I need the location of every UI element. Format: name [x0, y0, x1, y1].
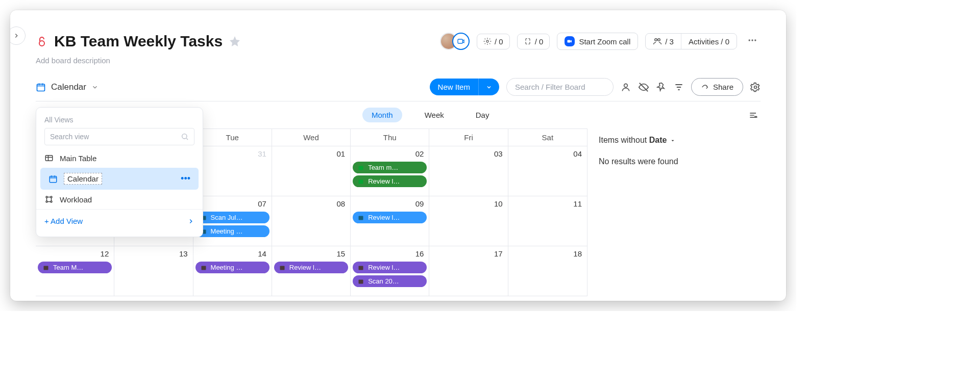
- side-panel-empty: No results were found: [599, 157, 749, 166]
- view-switcher[interactable]: Calendar: [36, 82, 99, 92]
- calendar-cell[interactable]: 11: [508, 196, 587, 246]
- svg-point-28: [46, 201, 47, 202]
- event-icon: [43, 265, 49, 271]
- day-header: Fri: [429, 129, 508, 146]
- view-option-workload[interactable]: Workload: [36, 190, 203, 209]
- board-more-button[interactable]: [744, 33, 761, 49]
- event-icon: [358, 265, 364, 271]
- day-number: 01: [336, 149, 345, 158]
- calendar-cell[interactable]: 16 Review l… Scan 20…: [351, 246, 429, 296]
- search-icon: [181, 133, 189, 141]
- event-icon: [358, 165, 364, 171]
- gear-icon[interactable]: [750, 82, 761, 92]
- people-icon: [653, 37, 662, 46]
- caret-down-icon[interactable]: [670, 138, 675, 143]
- svg-rect-19: [201, 266, 206, 270]
- svg-rect-20: [280, 266, 284, 270]
- people-button[interactable]: / 3: [646, 34, 681, 49]
- items-without-date-panel: Items without Date No results were found: [587, 128, 761, 296]
- calendar-cell[interactable]: 10: [429, 196, 508, 246]
- automations-count: / 0: [495, 37, 503, 46]
- view-option-calendar[interactable]: Calendar •••: [40, 168, 199, 190]
- event-icon: [358, 215, 364, 221]
- calendar-cell[interactable]: 07 Scan Jul… Meeting …: [193, 196, 272, 246]
- view-option-label[interactable]: Calendar: [64, 173, 102, 185]
- views-dropdown: All Views Search view Main Table Calenda…: [36, 107, 203, 237]
- calendar-cell[interactable]: 02 Team m… Review l…: [351, 146, 429, 196]
- calendar-icon: [36, 82, 46, 92]
- calendar-cell[interactable]: 14 Meeting …: [193, 246, 272, 296]
- view-option-main-table[interactable]: Main Table: [36, 148, 203, 168]
- views-search-input[interactable]: Search view: [44, 128, 194, 145]
- event-pill[interactable]: Scan Jul…: [195, 212, 270, 223]
- tab-week[interactable]: Week: [415, 108, 453, 122]
- hide-icon[interactable]: [638, 82, 649, 93]
- pin-icon[interactable]: [656, 82, 667, 92]
- filter-icon[interactable]: [674, 82, 684, 92]
- calendar-cell[interactable]: 09 Review l…: [351, 196, 429, 246]
- svg-rect-1: [458, 39, 462, 43]
- integration-icon: [524, 37, 532, 45]
- view-name: Calendar: [51, 82, 86, 92]
- event-pill[interactable]: Review l…: [353, 212, 427, 223]
- automations-pill[interactable]: / 0: [477, 34, 510, 49]
- calendar-cell[interactable]: 12 Team M…: [36, 246, 114, 296]
- activities-button[interactable]: Activities / 0: [681, 34, 737, 49]
- chevron-right-icon: [187, 218, 194, 225]
- calendar-cell[interactable]: 31: [193, 146, 272, 196]
- lock-icon: [36, 35, 48, 47]
- new-item-button[interactable]: New Item: [430, 79, 499, 95]
- view-option-more[interactable]: •••: [181, 173, 190, 184]
- svg-rect-21: [359, 266, 363, 270]
- day-number: 07: [258, 199, 266, 208]
- person-filter-icon[interactable]: [621, 82, 631, 92]
- event-pill[interactable]: Team m…: [353, 162, 427, 173]
- event-pill[interactable]: Meeting …: [195, 262, 270, 273]
- view-option-label: Main Table: [60, 154, 96, 163]
- calendar-cell[interactable]: 13: [114, 246, 193, 296]
- calendar-cell[interactable]: 15 Review l…: [272, 246, 351, 296]
- svg-point-5: [658, 39, 660, 41]
- add-view-label: + Add View: [44, 217, 83, 225]
- day-header: Wed: [272, 129, 351, 146]
- day-number: 13: [179, 249, 188, 258]
- calendar-cell[interactable]: 03: [429, 146, 508, 196]
- sort-icon[interactable]: [748, 110, 758, 120]
- tab-day[interactable]: Day: [467, 108, 499, 122]
- integrations-pill[interactable]: / 0: [517, 34, 550, 49]
- event-pill[interactable]: Scan 20…: [353, 275, 427, 287]
- day-number: 12: [101, 249, 109, 258]
- new-item-dropdown[interactable]: [478, 79, 499, 95]
- calendar-cell[interactable]: 17: [429, 246, 508, 296]
- chevron-down-icon: [486, 84, 492, 90]
- svg-rect-17: [359, 216, 363, 220]
- svg-rect-3: [568, 40, 571, 43]
- board-title[interactable]: KB Team Weekly Tasks: [54, 33, 223, 50]
- calendar-cell[interactable]: 08: [272, 196, 351, 246]
- event-pill[interactable]: Review l…: [353, 262, 427, 273]
- svg-rect-18: [44, 266, 48, 270]
- workload-icon: [44, 195, 54, 204]
- day-number: 18: [573, 249, 582, 258]
- add-view-button[interactable]: + Add View: [36, 209, 203, 233]
- zoom-label: Start Zoom call: [579, 37, 630, 46]
- event-pill[interactable]: Review l…: [353, 175, 427, 187]
- event-pill[interactable]: Meeting …: [195, 225, 270, 237]
- event-pill[interactable]: Team M…: [38, 262, 112, 273]
- calendar-icon: [48, 174, 58, 184]
- share-button[interactable]: Share: [691, 78, 743, 96]
- zoom-call-button[interactable]: Start Zoom call: [557, 33, 638, 50]
- integrations-count: / 0: [535, 37, 544, 46]
- calendar-cell[interactable]: 04: [508, 146, 587, 196]
- search-input[interactable]: Search / Filter Board: [506, 78, 614, 96]
- board-description[interactable]: Add board description: [36, 56, 761, 65]
- event-icon: [358, 178, 364, 185]
- svg-point-26: [46, 196, 47, 198]
- board-members[interactable]: [440, 33, 470, 50]
- star-icon[interactable]: [229, 35, 241, 47]
- calendar-cell[interactable]: 01: [272, 146, 351, 196]
- day-header: Tue: [193, 129, 272, 146]
- tab-month[interactable]: Month: [362, 108, 402, 122]
- calendar-cell[interactable]: 18: [508, 246, 587, 296]
- event-pill[interactable]: Review l…: [274, 262, 348, 273]
